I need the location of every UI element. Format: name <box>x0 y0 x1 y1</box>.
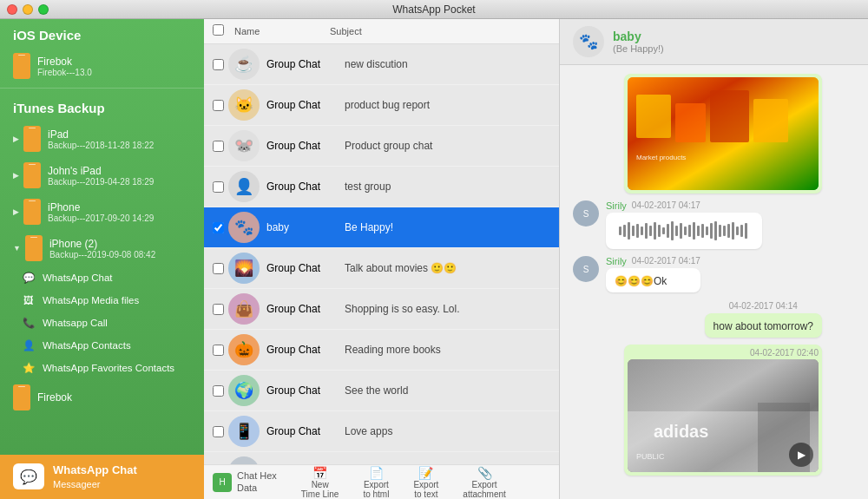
chat-messages: Market products S Sirily 04-02-2017 04:1… <box>560 65 868 499</box>
chat-hex-sub: Data <box>237 483 277 494</box>
svg-rect-2 <box>675 103 706 142</box>
chat-hex-text: Chat Hex Data <box>237 470 277 493</box>
msg-bubble-3: 😊😊😊Ok <box>606 268 700 292</box>
msg-bubble-2 <box>606 213 762 249</box>
row-subject-1: new discution <box>345 58 550 70</box>
device-icon-iphone <box>23 199 41 225</box>
sidebar-item-whatsapp-chat[interactable]: 💬 WhatsApp Chat <box>0 266 204 289</box>
header-subject-col: Subject <box>330 26 362 36</box>
chat-row-2[interactable]: 🐱 Group Chat product bug report <box>204 85 559 126</box>
svg-rect-1 <box>636 95 671 138</box>
svg-text:PUBLIC: PUBLIC <box>636 452 665 461</box>
select-all-checkbox[interactable] <box>213 24 224 36</box>
timeline-icon: 📅 <box>312 466 329 480</box>
chat-row-6[interactable]: 🌄 Group Chat Talk about movies 🙂🙂 <box>204 248 559 289</box>
audio-waveform <box>615 218 753 244</box>
sidebar-device-johns-ipad[interactable]: ▶ John's iPad Backup---2019-04-28 18:29 <box>0 157 204 194</box>
msg-bubble-5: 04-02-2017 02:40 <box>624 345 822 476</box>
chat-row-4[interactable]: 👤 Group Chat test group <box>204 167 559 207</box>
sidebar-label-favorites: WhatsApp Favorites Contacts <box>43 363 174 373</box>
sidebar-item-favorites[interactable]: ⭐ WhatsApp Favorites Contacts <box>0 357 204 379</box>
svg-rect-11 <box>641 227 643 235</box>
sidebar-item-whatsapp-call[interactable]: 📞 Whatsapp Call <box>0 312 204 334</box>
row-subject-4: test group <box>345 181 550 193</box>
svg-rect-16 <box>662 227 665 234</box>
export-text-button[interactable]: 📝 Exportto text <box>404 463 447 500</box>
msg-sender-3: Sirily <box>606 256 627 266</box>
sidebar-device-ipad[interactable]: ▶ iPad Backup---2018-11-28 18:22 <box>0 121 204 157</box>
row-checkbox-10[interactable] <box>213 426 224 437</box>
chat-hex-area: H Chat Hex Data <box>213 470 277 493</box>
avatar-9: 🌍 <box>228 375 260 406</box>
row-name-6: Group Chat <box>266 262 345 274</box>
chat-row-1[interactable]: ☕ Group Chat new discution <box>204 44 559 85</box>
chat-row-10[interactable]: 📱 Group Chat Love apps <box>204 411 559 452</box>
export-attachment-button[interactable]: 📎 Exportattachment <box>454 463 514 500</box>
svg-rect-27 <box>710 223 713 239</box>
sidebar-label-contacts: WhatsApp Contacts <box>43 340 131 351</box>
row-checkbox-9[interactable] <box>213 385 224 397</box>
minimize-button[interactable] <box>23 4 33 15</box>
sidebar-label-whatsapp-call: Whatsapp Call <box>43 318 108 328</box>
chat-row-8[interactable]: 🎃 Group Chat Reading more books <box>204 330 559 371</box>
row-checkbox-2[interactable] <box>213 100 224 111</box>
msg-time-2: 04-02-2017 04:17 <box>632 200 700 211</box>
row-checkbox-1[interactable] <box>213 59 224 70</box>
new-timeline-button[interactable]: 📅 NewTime Line <box>293 463 348 500</box>
row-checkbox-8[interactable] <box>213 345 224 356</box>
svg-rect-14 <box>654 222 656 240</box>
export-html-button[interactable]: 📄 Exportto html <box>354 463 398 500</box>
msg-meta-4: 04-02-2017 04:14 <box>705 299 822 312</box>
sidebar-item-media-files[interactable]: 🖼 WhatsApp Media files <box>0 289 204 312</box>
row-checkbox-5[interactable] <box>213 222 224 233</box>
chat-row-7[interactable]: 👜 Group Chat Shopping is so easy. Lol. <box>204 289 559 330</box>
svg-rect-15 <box>658 225 661 237</box>
device-name-iphone2: iPhone (2) <box>49 238 155 250</box>
export-attach-icon: 📎 <box>476 466 493 480</box>
sidebar-device-firebok[interactable]: Firebok Firebok---13.0 <box>0 48 204 84</box>
row-checkbox-4[interactable] <box>213 181 224 193</box>
row-checkbox-6[interactable] <box>213 263 224 274</box>
sidebar-item-contacts[interactable]: 👤 WhatsApp Contacts <box>0 334 204 357</box>
avatar-10: 📱 <box>228 416 260 447</box>
chat-header-info: baby (Be Happy!) <box>613 30 664 54</box>
msg-row-3: S Sirily 04-02-2017 04:17 😊😊😊Ok <box>573 256 855 292</box>
msg-time-3: 04-02-2017 04:17 <box>632 256 700 266</box>
svg-rect-22 <box>688 225 691 237</box>
sidebar-device-iphone[interactable]: ▶ iPhone Backup---2017-09-20 14:29 <box>0 194 204 230</box>
export-attach-label: Exportattachment <box>463 480 505 499</box>
msg-bubble-1: Market products <box>624 74 822 194</box>
msg-text-4: how about tomorrow? <box>713 320 813 332</box>
chat-row-9[interactable]: 🌍 Group Chat See the world <box>204 371 559 411</box>
svg-rect-18 <box>671 221 674 240</box>
maximize-button[interactable] <box>38 4 49 15</box>
device-info-iphone2: iPhone (2) Backup---2019-09-08 08:42 <box>49 238 155 259</box>
expand-arrow-johns-ipad: ▶ <box>13 171 19 180</box>
chat-row-3[interactable]: 🐭 Group Chat Product group chat <box>204 126 559 167</box>
svg-rect-25 <box>701 224 704 238</box>
svg-rect-17 <box>667 224 669 238</box>
export-text-icon: 📝 <box>418 466 435 480</box>
itunes-section-title: iTunes Backup <box>0 92 204 121</box>
row-name-8: Group Chat <box>266 344 345 356</box>
svg-rect-13 <box>649 226 652 236</box>
msg-sender-2: Sirily <box>606 200 627 211</box>
row-checkbox-7[interactable] <box>213 304 224 315</box>
msg-time-5: 04-02-2017 02:40 <box>750 348 819 358</box>
window-controls[interactable] <box>7 4 49 15</box>
sidebar-device-iphone2[interactable]: ▼ iPhone (2) Backup---2019-09-08 08:42 <box>0 230 204 266</box>
chat-contact-name: baby <box>613 30 664 43</box>
device-icon-firebok2 <box>13 384 30 410</box>
svg-rect-4 <box>753 99 788 142</box>
svg-rect-20 <box>680 223 682 239</box>
avatar-3: 🐭 <box>228 130 260 161</box>
row-subject-5: Be Happy! <box>345 221 550 233</box>
close-button[interactable] <box>7 4 17 15</box>
device-sub-johns-ipad: Backup---2019-04-28 18:29 <box>48 177 154 187</box>
chat-row-5[interactable]: 🐾 baby Be Happy! <box>204 207 559 248</box>
play-button-overlay[interactable]: ▶ <box>789 443 813 467</box>
row-checkbox-3[interactable] <box>213 141 224 152</box>
timeline-label: NewTime Line <box>301 480 339 499</box>
sidebar-device-firebok2[interactable]: Firebok <box>0 379 204 416</box>
device-name-firebok: Firebok <box>37 56 92 68</box>
